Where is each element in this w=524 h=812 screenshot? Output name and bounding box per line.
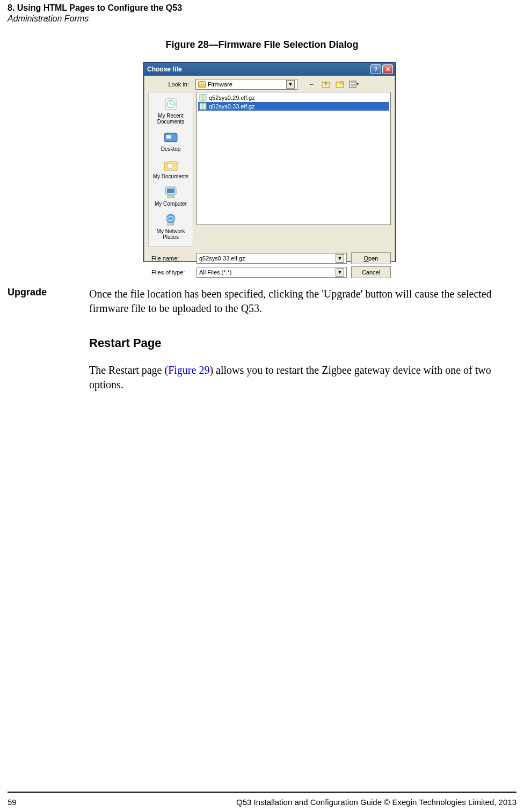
view-menu-icon[interactable] bbox=[349, 79, 359, 89]
filename-value: q52sys0.33.elf.gz bbox=[199, 255, 245, 262]
restart-page-heading: Restart Page bbox=[89, 336, 162, 350]
dialog-title: Choose file bbox=[146, 66, 369, 73]
filename-label: File name: bbox=[148, 255, 192, 262]
page-number: 59 bbox=[8, 798, 29, 807]
close-button[interactable]: ✕ bbox=[382, 64, 393, 74]
file-list[interactable]: q52sys0.29.elf.gz q52sys0.33.elf.gz bbox=[196, 92, 391, 225]
footer-rule bbox=[8, 792, 516, 793]
lookin-label: Look in: bbox=[148, 81, 192, 88]
upgrade-paragraph: Upgrade Once the file location has been … bbox=[8, 287, 512, 316]
lookin-value: Firmware bbox=[208, 81, 232, 88]
file-name: q52sys0.33.elf.gz bbox=[209, 103, 255, 110]
svg-rect-13 bbox=[168, 164, 173, 168]
place-label: My Computer bbox=[155, 201, 187, 207]
lookin-combobox[interactable]: Firmware ▼ bbox=[195, 79, 297, 90]
svg-point-2 bbox=[340, 81, 344, 84]
help-button[interactable]: ? bbox=[370, 64, 381, 74]
filename-combobox[interactable]: q52sys0.33.elf.gz ▼ bbox=[196, 253, 347, 264]
chevron-down-icon[interactable]: ▼ bbox=[286, 80, 295, 89]
figure-29-link[interactable]: Figure 29 bbox=[168, 364, 209, 376]
place-my-computer[interactable]: My Computer bbox=[150, 184, 192, 210]
svg-rect-12 bbox=[166, 135, 171, 139]
archive-file-icon bbox=[199, 94, 207, 102]
footer-text: Q53 Installation and Configuration Guide… bbox=[29, 798, 516, 807]
place-label: My Documents bbox=[153, 173, 189, 179]
svg-rect-15 bbox=[167, 189, 174, 193]
back-icon[interactable]: ← bbox=[307, 79, 317, 89]
chevron-down-icon[interactable]: ▼ bbox=[336, 254, 344, 263]
upgrade-side-label: Upgrade bbox=[8, 287, 89, 298]
up-one-level-icon[interactable] bbox=[321, 79, 331, 89]
place-network-places[interactable]: My Network Places bbox=[150, 211, 192, 243]
folder-icon bbox=[198, 81, 206, 88]
place-my-documents[interactable]: My Documents bbox=[150, 156, 192, 183]
filetype-value: All Files (*.*) bbox=[199, 269, 232, 276]
chevron-down-icon[interactable]: ▼ bbox=[336, 268, 344, 277]
header-chapter: 8. Using HTML Pages to Configure the Q53 bbox=[8, 3, 182, 13]
file-item[interactable]: q52sys0.29.elf.gz bbox=[198, 93, 389, 102]
upgrade-body-text: Once the file location has been specifie… bbox=[89, 287, 512, 316]
place-label: My Network Places bbox=[157, 228, 185, 240]
file-name: q52sys0.29.elf.gz bbox=[209, 95, 255, 101]
places-bar: My Recent Documents Desktop My Documents… bbox=[148, 92, 193, 247]
place-desktop[interactable]: Desktop bbox=[150, 129, 192, 155]
restart-text-pre: The Restart page ( bbox=[89, 364, 168, 376]
filetype-combobox[interactable]: All Files (*.*) ▼ bbox=[196, 267, 347, 278]
figure-caption: Figure 28—Firmware File Selection Dialog bbox=[0, 39, 524, 50]
open-button[interactable]: Open bbox=[351, 252, 391, 264]
place-recent-documents[interactable]: My Recent Documents bbox=[150, 96, 192, 128]
dialog-titlebar: Choose file ? ✕ bbox=[144, 63, 395, 76]
cancel-button[interactable]: Cancel bbox=[351, 266, 391, 278]
choose-file-dialog: Choose file ? ✕ Look in: Firmware ▼ ← bbox=[143, 62, 396, 262]
svg-point-17 bbox=[166, 214, 175, 223]
svg-rect-16 bbox=[168, 195, 174, 198]
file-item-selected[interactable]: q52sys0.33.elf.gz bbox=[198, 102, 389, 111]
dialog-toolbar: ← bbox=[307, 79, 359, 89]
place-label: Desktop bbox=[161, 146, 181, 152]
page-header: 8. Using HTML Pages to Configure the Q53… bbox=[8, 3, 182, 24]
filetype-label: Files of type: bbox=[148, 269, 192, 276]
archive-file-icon bbox=[199, 103, 207, 110]
place-label: My Recent Documents bbox=[157, 113, 185, 125]
new-folder-icon[interactable] bbox=[335, 79, 345, 89]
page-footer: 59 Q53 Installation and Configuration Gu… bbox=[8, 798, 516, 807]
header-section: Administration Forms bbox=[8, 14, 182, 24]
svg-rect-18 bbox=[168, 223, 174, 225]
restart-page-paragraph: The Restart page (Figure 29) allows you … bbox=[89, 363, 512, 392]
